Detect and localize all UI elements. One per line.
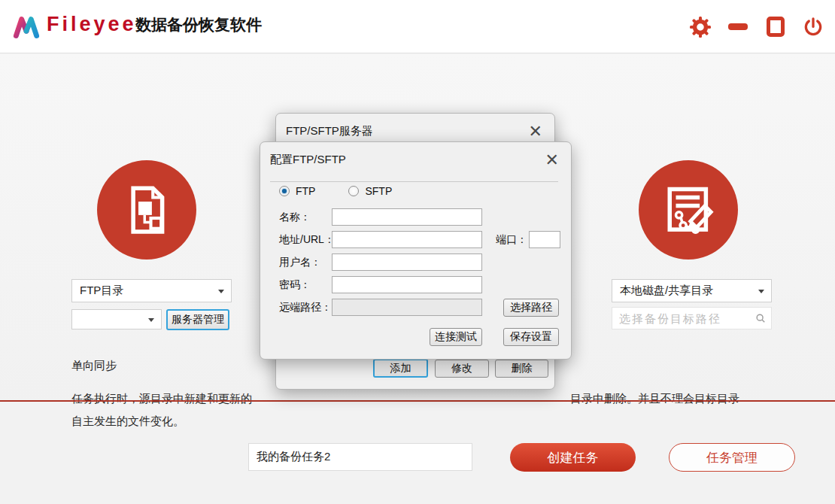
- maximize-icon[interactable]: [764, 16, 787, 38]
- window-controls: [689, 0, 824, 53]
- delete-server-button[interactable]: 删除: [495, 360, 548, 378]
- create-task-button[interactable]: 创建任务: [510, 443, 636, 472]
- search-icon: [755, 313, 766, 323]
- chevron-down-icon: [218, 290, 224, 293]
- fileyee-logo-icon: [11, 11, 42, 42]
- save-settings-button[interactable]: 保存设置: [503, 328, 559, 346]
- task-manage-button[interactable]: 任务管理: [669, 443, 795, 472]
- sync-description-line2: 自主发生的文件变化。: [71, 414, 184, 429]
- target-path-search: [612, 307, 772, 329]
- sync-description-line1-right: 目录中删除。并且不理会目标目录: [570, 392, 739, 406]
- file-diagram-icon: [114, 177, 180, 243]
- ftp-radio-label: FTP: [296, 185, 315, 197]
- modify-server-button[interactable]: 修改: [435, 360, 489, 378]
- ftp-server-dialog-title: FTP/SFTP服务器: [286, 124, 373, 138]
- target-type-dropdown[interactable]: 本地磁盘/共享目录: [612, 279, 772, 302]
- chevron-down-icon: [758, 290, 764, 293]
- address-field[interactable]: [332, 231, 482, 248]
- minimize-icon[interactable]: [727, 16, 749, 38]
- name-label: 名称：: [279, 211, 311, 224]
- sync-description-line1-left: 任务执行时，源目录中新建和更新的: [71, 392, 252, 406]
- brand-name: Fileyee: [47, 13, 137, 36]
- task-name-input[interactable]: [248, 443, 472, 471]
- close-icon[interactable]: ✕: [529, 121, 542, 142]
- power-close-icon[interactable]: [802, 16, 824, 38]
- port-field[interactable]: [529, 231, 560, 248]
- app-header: Fileyee 数据备份恢复软件: [0, 0, 835, 53]
- target-path-input[interactable]: [612, 307, 772, 329]
- ftp-config-dialog: 配置FTP/SFTP ✕ FTP SFTP 名称： 地址/URL： 端口： 用户…: [260, 141, 572, 360]
- app-title: 数据备份恢复软件: [135, 14, 262, 35]
- ftp-radio[interactable]: [279, 186, 290, 196]
- chevron-down-icon: [148, 318, 154, 322]
- address-label: 地址/URL：: [279, 233, 335, 247]
- close-icon[interactable]: ✕: [545, 150, 559, 171]
- add-server-button[interactable]: 添加: [373, 359, 428, 378]
- dialog-title-divider: [270, 181, 558, 182]
- sync-mode-label: 单向同步: [71, 359, 117, 373]
- red-divider: [0, 400, 835, 402]
- server-select-dropdown[interactable]: [71, 309, 162, 329]
- port-label: 端口：: [496, 233, 527, 247]
- ftp-config-dialog-title: 配置FTP/SFTP: [270, 153, 346, 167]
- source-type-value: FTP目录: [80, 284, 123, 298]
- remote-path-field[interactable]: [332, 299, 482, 316]
- source-type-icon: [97, 160, 196, 260]
- username-label: 用户名：: [279, 256, 321, 269]
- protocol-radio-group: FTP SFTP: [279, 185, 392, 197]
- server-manage-button[interactable]: 服务器管理: [166, 309, 229, 330]
- settings-gear-icon[interactable]: [689, 16, 712, 38]
- username-field[interactable]: [332, 254, 482, 271]
- app-window: Fileyee 数据备份恢复软件: [0, 0, 835, 504]
- sftp-radio-label: SFTP: [365, 185, 392, 197]
- target-type-icon: [639, 160, 738, 260]
- password-field[interactable]: [332, 276, 482, 293]
- password-label: 密码：: [279, 278, 311, 292]
- sftp-radio[interactable]: [348, 186, 359, 196]
- connection-test-button[interactable]: 连接测试: [430, 328, 482, 346]
- target-type-value: 本地磁盘/共享目录: [620, 284, 713, 298]
- name-field[interactable]: [332, 208, 482, 226]
- source-type-dropdown[interactable]: FTP目录: [71, 279, 232, 302]
- remote-path-label: 远端路径：: [279, 301, 332, 314]
- note-pencil-icon: [655, 177, 721, 243]
- choose-path-button[interactable]: 选择路径: [503, 299, 559, 317]
